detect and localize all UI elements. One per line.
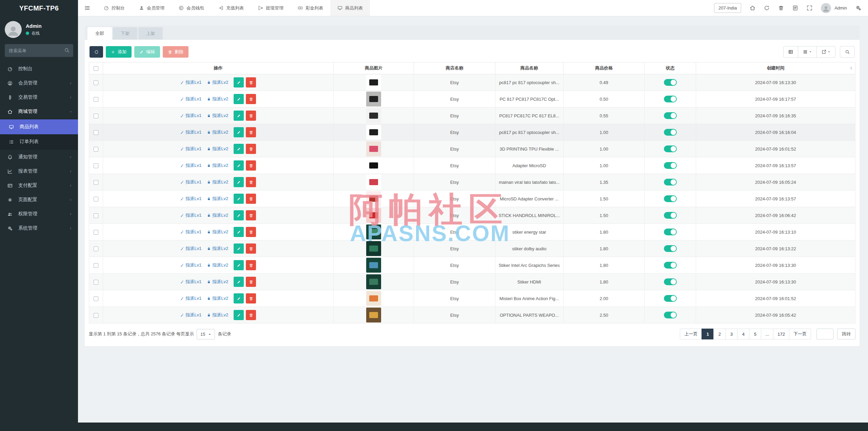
row-checkbox[interactable] — [94, 230, 98, 235]
status-toggle[interactable] — [664, 112, 677, 119]
nav-item-6[interactable]: 商品列表 — [330, 0, 370, 16]
prev-page-button[interactable]: 上一页 — [680, 329, 702, 339]
product-thumbnail[interactable] — [366, 308, 381, 322]
row-edit-button[interactable] — [234, 144, 244, 154]
row-delete-button[interactable] — [246, 243, 256, 254]
assign-lv1-link[interactable]: 指派Lv1 — [180, 79, 201, 85]
row-edit-button[interactable] — [234, 111, 244, 121]
page-button-4[interactable]: 4 — [737, 329, 749, 339]
product-thumbnail[interactable] — [366, 75, 381, 90]
page-button-1[interactable]: 1 — [702, 329, 714, 339]
refresh-button[interactable] — [90, 46, 103, 58]
product-thumbnail[interactable] — [366, 158, 381, 173]
site-selector-button[interactable]: 207-India — [714, 3, 741, 13]
status-toggle[interactable] — [664, 312, 677, 318]
nav-item-3[interactable]: 充值列表 — [211, 0, 251, 16]
menu-search-input[interactable] — [5, 44, 73, 57]
gears-icon[interactable] — [855, 5, 861, 11]
status-toggle[interactable] — [664, 179, 677, 185]
row-edit-button[interactable] — [234, 160, 244, 171]
page-button-3[interactable]: 3 — [725, 329, 737, 339]
sidebar-item-6[interactable]: 支付配置 — [0, 178, 78, 193]
row-delete-button[interactable] — [246, 127, 256, 137]
assign-lv2-link[interactable]: 指派Lv2 — [207, 279, 228, 285]
search-icon[interactable] — [64, 47, 70, 53]
row-delete-button[interactable] — [246, 227, 256, 237]
row-edit-button[interactable] — [234, 227, 244, 237]
status-toggle[interactable] — [664, 162, 677, 169]
assign-lv1-link[interactable]: 指派Lv1 — [180, 129, 201, 135]
translate-icon[interactable] — [792, 5, 798, 11]
assign-lv2-link[interactable]: 指派Lv2 — [207, 113, 228, 119]
product-thumbnail[interactable] — [366, 175, 381, 190]
sidebar-item-1[interactable]: 会员管理 — [0, 76, 78, 90]
delete-button[interactable]: 删除 — [163, 46, 189, 58]
select-all-checkbox[interactable] — [94, 66, 98, 71]
page-size-dropdown[interactable]: 15 — [197, 329, 215, 339]
nav-item-4[interactable]: 提现管理 — [251, 0, 291, 16]
assign-lv2-link[interactable]: 指派Lv2 — [207, 146, 228, 152]
tab-0[interactable]: 全部 — [87, 27, 112, 40]
toggle-view-button[interactable] — [783, 46, 798, 58]
row-delete-button[interactable] — [246, 277, 256, 287]
home-icon[interactable] — [750, 5, 755, 11]
assign-lv1-link[interactable]: 指派Lv1 — [180, 212, 201, 218]
assign-lv2-link[interactable]: 指派Lv2 — [207, 179, 228, 185]
row-delete-button[interactable] — [246, 293, 256, 303]
tab-2[interactable]: 上架 — [138, 27, 163, 40]
sidebar-item-5[interactable]: 报表管理 — [0, 164, 78, 178]
assign-lv1-link[interactable]: 指派Lv1 — [180, 279, 201, 285]
row-edit-button[interactable] — [234, 194, 244, 204]
next-page-button[interactable]: 下一页 — [789, 329, 811, 339]
row-edit-button[interactable] — [234, 243, 244, 254]
row-delete-button[interactable] — [246, 94, 256, 104]
assign-lv1-link[interactable]: 指派Lv1 — [180, 96, 201, 102]
status-toggle[interactable] — [664, 262, 677, 269]
product-thumbnail[interactable] — [366, 258, 381, 273]
status-toggle[interactable] — [664, 229, 677, 235]
assign-lv2-link[interactable]: 指派Lv2 — [207, 129, 228, 135]
row-edit-button[interactable] — [234, 127, 244, 137]
status-toggle[interactable] — [664, 96, 677, 102]
tab-1[interactable]: 下架 — [113, 27, 137, 40]
product-thumbnail[interactable] — [366, 108, 381, 123]
assign-lv1-link[interactable]: 指派Lv1 — [180, 312, 201, 318]
row-checkbox[interactable] — [94, 263, 98, 268]
page-button-2[interactable]: 2 — [713, 329, 726, 339]
status-toggle[interactable] — [664, 278, 677, 285]
row-checkbox[interactable] — [94, 114, 98, 118]
row-edit-button[interactable] — [234, 210, 244, 220]
assign-lv1-link[interactable]: 指派Lv1 — [180, 196, 201, 202]
assign-lv2-link[interactable]: 指派Lv2 — [207, 212, 228, 218]
assign-lv2-link[interactable]: 指派Lv2 — [207, 162, 228, 169]
row-edit-button[interactable] — [234, 293, 244, 303]
assign-lv2-link[interactable]: 指派Lv2 — [207, 79, 228, 85]
row-checkbox[interactable] — [94, 280, 98, 285]
add-button[interactable]: 添加 — [106, 46, 132, 58]
page-ellipsis[interactable]: ... — [761, 329, 773, 339]
status-toggle[interactable] — [664, 212, 677, 219]
status-toggle[interactable] — [664, 79, 677, 86]
row-checkbox[interactable] — [94, 147, 98, 152]
row-edit-button[interactable] — [234, 260, 244, 270]
product-thumbnail[interactable] — [366, 141, 381, 156]
row-delete-button[interactable] — [246, 260, 256, 270]
nav-item-5[interactable]: 彩金列表 — [291, 0, 330, 16]
row-delete-button[interactable] — [246, 210, 256, 220]
product-thumbnail[interactable] — [366, 92, 381, 106]
row-checkbox[interactable] — [94, 80, 98, 85]
row-checkbox[interactable] — [94, 163, 98, 168]
row-delete-button[interactable] — [246, 310, 256, 320]
assign-lv1-link[interactable]: 指派Lv1 — [180, 246, 201, 252]
refresh-icon[interactable] — [764, 5, 770, 11]
assign-lv2-link[interactable]: 指派Lv2 — [207, 196, 228, 202]
row-checkbox[interactable] — [94, 97, 98, 102]
edit-button[interactable]: 编辑 — [134, 46, 160, 58]
product-thumbnail[interactable] — [366, 208, 381, 223]
sidebar-toggle-button[interactable] — [78, 0, 97, 16]
nav-item-2[interactable]: 会员钱包 — [172, 0, 211, 16]
assign-lv2-link[interactable]: 指派Lv2 — [207, 96, 228, 102]
status-toggle[interactable] — [664, 295, 677, 302]
row-delete-button[interactable] — [246, 111, 256, 121]
product-thumbnail[interactable] — [366, 224, 381, 239]
